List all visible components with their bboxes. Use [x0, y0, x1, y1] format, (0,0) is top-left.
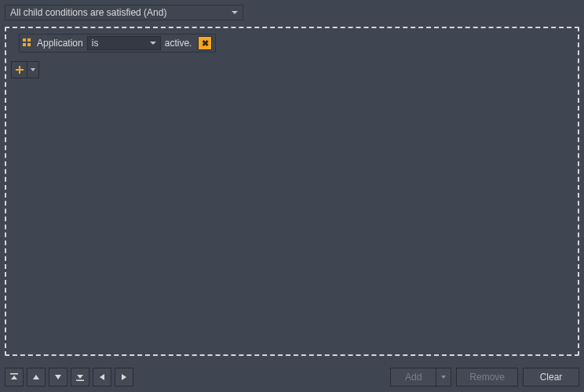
add-button[interactable]: Add — [390, 368, 451, 387]
outdent-icon — [97, 372, 107, 382]
bottom-toolbar: Add Remove Clear — [5, 367, 579, 387]
move-down-button[interactable] — [49, 368, 68, 387]
svg-rect-2 — [10, 373, 18, 375]
drag-handle-icon[interactable] — [23, 38, 32, 48]
add-condition-menu-button[interactable] — [27, 62, 38, 78]
condition-operator-value: is — [92, 38, 99, 49]
action-button-group: Add Remove Clear — [390, 368, 579, 387]
svg-rect-1 — [16, 69, 24, 71]
svg-rect-3 — [76, 379, 84, 381]
move-bottom-button[interactable] — [71, 368, 89, 387]
condition-operator-dropdown[interactable]: is — [87, 36, 161, 50]
add-button-menu[interactable] — [436, 368, 451, 386]
clear-button[interactable]: Clear — [523, 368, 579, 387]
indent-button[interactable] — [115, 368, 133, 387]
logic-mode-value: All child conditions are satisfied (And) — [10, 7, 166, 18]
add-condition-button[interactable] — [12, 62, 27, 78]
reorder-button-group — [5, 368, 133, 387]
move-top-icon — [9, 372, 19, 382]
move-bottom-icon — [75, 372, 85, 382]
move-down-icon — [53, 372, 63, 382]
condition-subject-label: Application — [37, 38, 83, 49]
add-condition-split-button[interactable] — [11, 61, 39, 78]
conditions-container: Application is active. — [5, 27, 579, 356]
plus-icon — [15, 65, 24, 74]
chevron-down-icon — [441, 376, 446, 379]
move-up-button[interactable] — [27, 368, 46, 387]
clear-button-label: Clear — [540, 372, 563, 383]
chevron-down-icon — [150, 42, 156, 45]
condition-row[interactable]: Application is active. — [19, 34, 216, 53]
outdent-button[interactable] — [93, 368, 111, 387]
remove-condition-button[interactable] — [198, 36, 212, 50]
add-button-label: Add — [391, 368, 436, 386]
chevron-down-icon — [232, 11, 238, 14]
move-up-icon — [31, 372, 41, 382]
chevron-down-icon — [31, 68, 35, 71]
indent-icon — [119, 372, 129, 382]
move-top-button[interactable] — [5, 368, 24, 387]
logic-mode-dropdown[interactable]: All child conditions are satisfied (And) — [5, 5, 243, 20]
remove-button[interactable]: Remove — [456, 368, 518, 387]
condition-suffix-label: active. — [165, 38, 192, 49]
remove-button-label: Remove — [469, 372, 505, 383]
